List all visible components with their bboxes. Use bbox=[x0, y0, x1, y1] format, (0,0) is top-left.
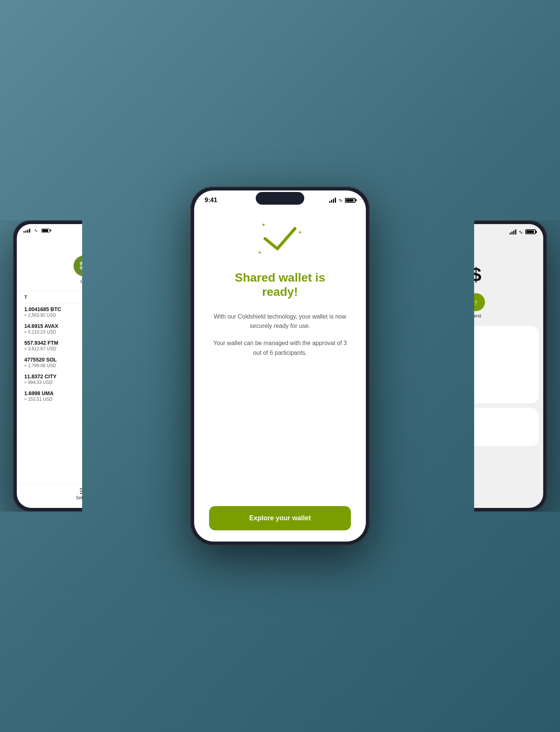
center-signal-icon bbox=[329, 198, 336, 203]
center-battery-icon bbox=[345, 198, 355, 203]
center-heading: Shared wallet is ready! bbox=[235, 270, 325, 299]
center-heading-ready: ready! bbox=[262, 285, 298, 298]
left-status-bar: ∿ bbox=[17, 224, 82, 235]
left-phone: ∿ bbox=[13, 220, 82, 512]
right-dollar-sign: $ bbox=[474, 264, 481, 285]
asset-item-uma: 1.6998 UMA ≈ 153.51 USD bbox=[24, 390, 82, 402]
send-label: Send bbox=[474, 313, 481, 319]
right-actions: ↑ Send bbox=[474, 293, 543, 326]
settings-menu-icon[interactable] bbox=[80, 488, 82, 494]
asset-usd-city: ≈ 994.33 USD bbox=[24, 380, 82, 385]
right-status-icons: ∿ bbox=[510, 229, 536, 235]
multiparty-title: Multi-party bbox=[474, 414, 533, 420]
center-desc-2: Your wallet can be managed with the appr… bbox=[209, 338, 351, 357]
left-signal-icon bbox=[24, 228, 30, 233]
asset-usd-ftm: ≈ 3,812.67 USD bbox=[24, 346, 82, 351]
send-icon: ↑ bbox=[474, 293, 485, 311]
right-phone-wrapper: 9:41 ∿ bbox=[474, 220, 560, 512]
left-phone-wrapper: ∿ bbox=[0, 220, 82, 512]
wallet-account-2: Account $ 3,970.54 bbox=[474, 382, 533, 394]
qr-section: QR bbox=[17, 252, 82, 288]
left-phone-content: T 1.0041685 BTC ≈ 2,563.92 USD 14.6915 A… bbox=[17, 294, 82, 484]
asset-amount-ftm: 557.9342 FTM bbox=[24, 340, 82, 346]
sparkle-bottom-left-icon: ✦ bbox=[258, 249, 262, 255]
success-icon-area: ✦ ✦ ✦ bbox=[258, 222, 302, 255]
send-action[interactable]: ↑ Send bbox=[474, 293, 485, 319]
asset-amount-avax: 14.6915 AVAX bbox=[24, 323, 82, 329]
right-signal-icon bbox=[510, 229, 516, 235]
asset-usd-avax: ≈ 5,110.23 USD bbox=[24, 329, 82, 335]
right-account-header: Account bbox=[474, 238, 543, 260]
center-wifi-icon: ∿ bbox=[338, 197, 343, 203]
asset-amount-city: 11.8372 CITY bbox=[24, 373, 82, 379]
left-divider-2 bbox=[24, 303, 82, 303]
checkmark-icon bbox=[263, 226, 297, 252]
asset-usd-btc: ≈ 2,563.92 USD bbox=[24, 313, 82, 318]
left-battery-icon bbox=[41, 229, 50, 233]
center-heading-line1: Shared wallet is bbox=[235, 271, 325, 284]
right-big-amount: $ bbox=[474, 260, 543, 293]
center-desc-1: With our Coldshield technology, your wal… bbox=[209, 312, 351, 331]
asset-amount-sol: 4775520 SOL bbox=[24, 357, 82, 363]
center-phone-screen: 9:41 ∿ ✦ ✦ ✦ bbox=[194, 190, 366, 542]
center-title: Shared wallet is ready! bbox=[235, 270, 325, 301]
center-notch bbox=[256, 192, 304, 205]
copy-icon-area bbox=[17, 235, 82, 252]
right-status-bar: 9:41 ∿ bbox=[474, 224, 543, 238]
asset-usd-uma: ≈ 153.51 USD bbox=[24, 397, 82, 402]
left-wifi-icon: ∿ bbox=[34, 228, 38, 233]
center-main-content: ✦ ✦ ✦ Shared wallet is ready! Wit bbox=[194, 207, 366, 542]
asset-item-sol: 4775520 SOL ≈ 1,799.06 USD bbox=[24, 357, 82, 368]
center-phone: 9:41 ∿ ✦ ✦ ✦ bbox=[190, 187, 370, 545]
right-dollar-card: $ bbox=[474, 332, 533, 348]
center-description: With our Coldshield technology, your wal… bbox=[209, 312, 351, 365]
asset-item-city: 11.8372 CITY ≈ 994.33 USD bbox=[24, 373, 82, 385]
asset-item-ftm: 557.9342 FTM ≈ 3,812.67 USD bbox=[24, 340, 82, 351]
right-phone-screen: 9:41 ∿ bbox=[474, 224, 543, 508]
left-phone-screen: ∿ bbox=[17, 224, 82, 508]
asset-amount-uma: 1.6998 UMA bbox=[24, 390, 82, 396]
asset-amount-btc: 1.0041685 BTC bbox=[24, 306, 82, 312]
asset-usd-sol: ≈ 1,799.06 USD bbox=[24, 363, 82, 368]
left-nav-label: T bbox=[24, 294, 82, 300]
left-phone-inner: ∿ bbox=[0, 220, 82, 512]
sparkle-top-right-icon: ✦ bbox=[298, 229, 302, 235]
right-battery-icon bbox=[525, 229, 536, 234]
asset-item-btc: 1.0041685 BTC ≈ 2,563.92 USD bbox=[24, 306, 82, 318]
qr-label: QR bbox=[80, 279, 82, 284]
right-phone-inner: 9:41 ∿ bbox=[474, 220, 560, 512]
left-divider bbox=[17, 291, 82, 291]
qr-button[interactable] bbox=[74, 255, 82, 276]
wallet-f-title: Wallet F bbox=[474, 352, 533, 358]
right-wifi-icon: ∿ bbox=[519, 229, 523, 235]
settings-label: Settings bbox=[76, 495, 82, 500]
rich-club-row: RC Rich Clu $ 0 bbox=[474, 428, 533, 440]
asset-item-avax: 14.6915 AVAX ≈ 5,110.23 USD bbox=[24, 323, 82, 335]
right-phone: 9:41 ∿ bbox=[474, 220, 547, 512]
wallet-account-1: Account $ 4,752.49 bbox=[474, 366, 533, 378]
center-status-icons: ∿ bbox=[329, 197, 355, 203]
multiparty-section: Multi-party RC Rich Clu $ 0 bbox=[474, 408, 539, 446]
center-time: 9:41 bbox=[205, 196, 217, 204]
right-wallet-card: $ Wallet F Account $ 4,752.49 bbox=[474, 326, 539, 403]
scene: ∿ bbox=[0, 0, 560, 732]
explore-wallet-button[interactable]: Explore your wallet bbox=[209, 506, 351, 530]
left-bottom-bar: Settings bbox=[17, 484, 82, 508]
sparkle-top-left-icon: ✦ bbox=[261, 222, 266, 228]
